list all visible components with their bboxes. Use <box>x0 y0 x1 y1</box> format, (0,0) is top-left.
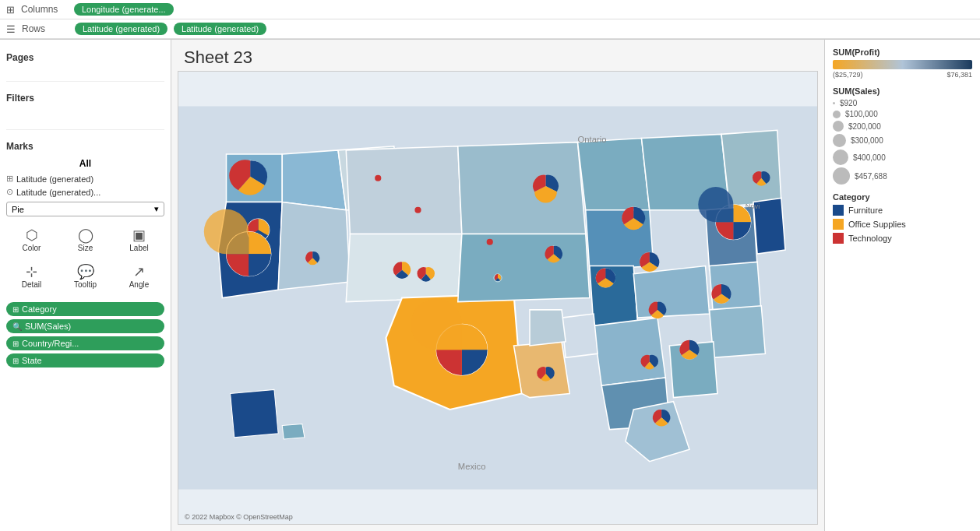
sales-filter-icon: 🔍 <box>12 322 22 331</box>
country-filter-label: Country/Regi... <box>22 339 79 348</box>
sales-label-0: $920 <box>840 99 857 107</box>
filters-section-title: Filters <box>6 93 164 104</box>
state-filter-label: State <box>22 356 42 365</box>
angle-button[interactable]: ↗ Angle <box>114 259 164 293</box>
map-copyright: © 2022 Mapbox © OpenStreetMap <box>185 513 293 521</box>
category-items: Furniture Office Supplies Technology <box>833 205 972 244</box>
profit-max-label: $76,381 <box>947 71 972 79</box>
top-bar: ⊞ Columns Longitude (generate... ☰ Rows … <box>0 0 980 40</box>
color-label: Color <box>23 244 41 252</box>
tooltip-label: Tooltip <box>74 280 97 289</box>
category-furniture: Furniture <box>833 205 972 216</box>
color-icon: ⬡ <box>26 227 38 244</box>
size-button[interactable]: ◯ Size <box>60 223 111 256</box>
sales-item-4: $400,000 <box>833 149 972 165</box>
svg-marker-26 <box>710 306 766 358</box>
svg-rect-57 <box>833 205 844 216</box>
marks-type-label: Pie <box>12 205 24 214</box>
us-map-svg: Ontario Mexico Novi <box>178 72 817 524</box>
svg-text:Novi: Novi <box>746 202 760 210</box>
sales-circle-4 <box>833 149 848 165</box>
profit-legend: SUM(Profit) ($25,729) $76,381 <box>833 47 972 79</box>
technology-color-swatch <box>833 233 844 244</box>
svg-rect-58 <box>833 219 844 230</box>
svg-marker-28 <box>231 389 279 438</box>
sheet-title: Sheet 23 <box>171 40 824 71</box>
svg-point-40 <box>487 239 493 245</box>
svg-marker-19 <box>530 310 566 346</box>
tooltip-icon: 💬 <box>77 263 94 280</box>
sales-legend-title: SUM(Sales) <box>833 86 972 96</box>
svg-marker-29 <box>282 424 305 438</box>
sales-label-5: $457,688 <box>855 172 887 181</box>
tooltip-button[interactable]: 💬 Tooltip <box>60 259 111 293</box>
svg-marker-6 <box>346 146 462 234</box>
angle-icon: ↗ <box>133 263 145 280</box>
furniture-color-swatch <box>833 205 844 216</box>
columns-row: ⊞ Columns Longitude (generate... <box>0 0 980 19</box>
profit-min-label: ($25,729) <box>833 71 863 79</box>
country-filter-pill[interactable]: ⊞ Country/Regi... <box>6 336 164 350</box>
angle-label: Angle <box>129 280 150 289</box>
center-area: Sheet 23 <box>171 40 824 531</box>
profit-gradient-labels: ($25,729) $76,381 <box>833 71 972 79</box>
detail-label: Detail <box>22 280 42 289</box>
office-supplies-color-swatch <box>833 219 844 230</box>
svg-marker-18 <box>562 314 598 357</box>
marks-type-select[interactable]: Pie ▾ <box>6 202 164 216</box>
svg-text:Ontario: Ontario <box>578 135 607 144</box>
label-button[interactable]: ▣ Label <box>114 223 164 256</box>
svg-marker-11 <box>458 234 590 302</box>
marks-type-chevron: ▾ <box>154 204 159 214</box>
sales-item-2: $200,000 <box>833 121 972 132</box>
sales-label-1: $100,000 <box>845 110 878 118</box>
svg-point-35 <box>414 207 421 213</box>
sales-label-4: $400,000 <box>853 153 886 162</box>
office-supplies-label: Office Supplies <box>848 220 906 229</box>
svg-point-36 <box>375 175 381 181</box>
columns-label: Columns <box>21 4 68 15</box>
category-filter-icon: ⊞ <box>12 305 19 314</box>
right-panel: SUM(Profit) ($25,729) $76,381 SUM(Sales)… <box>824 40 980 531</box>
longitude-pill[interactable]: Longitude (generate... <box>74 3 174 16</box>
svg-marker-2 <box>282 150 346 210</box>
profit-legend-title: SUM(Profit) <box>833 47 972 57</box>
sales-circle-0 <box>833 102 835 104</box>
color-button[interactable]: ⬡ Color <box>6 223 57 256</box>
marks-lat2[interactable]: ⊙ Latitude (generated)... <box>6 185 164 199</box>
sales-item-0: $920 <box>833 99 972 107</box>
sales-item-3: $300,000 <box>833 134 972 147</box>
svg-rect-59 <box>833 233 844 244</box>
sales-filter-label: SUM(Sales) <box>25 322 71 331</box>
sales-legend: SUM(Sales) $920 $100,000 $200,000 $300,0… <box>833 86 972 185</box>
rows-icon: ☰ <box>6 23 16 35</box>
svg-marker-5 <box>278 202 350 290</box>
latitude-pill-2[interactable]: Latitude (generated) <box>174 23 266 35</box>
marks-controls-grid: ⬡ Color ◯ Size ▣ Label ⊹ Detail 💬 Toolti… <box>6 223 164 293</box>
map-container[interactable]: Ontario Mexico Novi © 2022 Mapbox © Open… <box>178 71 818 525</box>
marks-lat2-icon: ⊙ <box>6 187 13 197</box>
marks-lat1-icon: ⊞ <box>6 174 13 184</box>
category-filter-pill[interactable]: ⊞ Category <box>6 302 164 316</box>
svg-marker-10 <box>458 142 586 234</box>
technology-label: Technology <box>848 234 892 243</box>
rows-row: ☰ Rows Latitude (generated) Latitude (ge… <box>0 19 980 39</box>
label-label: Label <box>129 244 148 252</box>
sales-circle-1 <box>833 111 841 118</box>
marks-lat1[interactable]: ⊞ Latitude (generated) <box>6 172 164 185</box>
state-filter-pill[interactable]: ⊞ State <box>6 353 164 367</box>
label-icon: ▣ <box>132 227 146 244</box>
left-panel: Pages Filters Marks All ⊞ Latitude (gene… <box>0 40 171 531</box>
detail-icon: ⊹ <box>26 263 37 280</box>
category-legend-title: Category <box>833 192 972 202</box>
sales-label-2: $200,000 <box>848 122 881 131</box>
latitude-pill-1[interactable]: Latitude (generated) <box>75 23 167 35</box>
category-office-supplies: Office Supplies <box>833 219 972 230</box>
country-filter-icon: ⊞ <box>12 339 19 348</box>
marks-lat2-label: Latitude (generated)... <box>16 188 100 197</box>
svg-text:Mexico: Mexico <box>458 462 486 471</box>
detail-button[interactable]: ⊹ Detail <box>6 259 57 293</box>
category-technology: Technology <box>833 233 972 244</box>
sales-filter-pill[interactable]: 🔍 SUM(Sales) <box>6 319 164 333</box>
rows-label: Rows <box>22 23 69 34</box>
